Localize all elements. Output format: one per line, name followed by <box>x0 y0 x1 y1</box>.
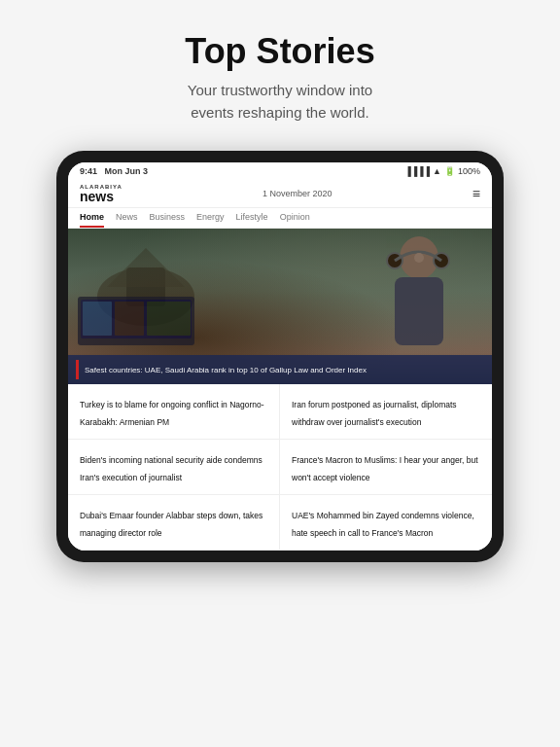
news-headline: Iran forum postponed as journalist, dipl… <box>292 400 457 427</box>
wifi-icon: ▲ <box>433 166 441 176</box>
signal-icon: ▐▐▐▐ <box>405 166 431 176</box>
hero-caption-bar <box>76 360 79 379</box>
device-screen: 9:41 Mon Jun 3 ▐▐▐▐ ▲ 🔋 100% ALARABIYA n… <box>68 162 492 551</box>
brand-logo: ALARABIYA news <box>80 184 122 203</box>
news-item[interactable]: Dubai's Emaar founder Alabbar steps down… <box>68 495 280 551</box>
news-headline: Turkey is to blame for ongoing conflict … <box>80 400 264 427</box>
battery-icon: 🔋 <box>444 166 455 176</box>
svg-rect-12 <box>147 302 191 336</box>
status-time: 9:41 Mon Jun 3 <box>80 166 148 176</box>
nav-tabs: Home News Business Energy Lifestyle Opin… <box>68 208 492 229</box>
news-headline: Biden's incoming national security aide … <box>80 455 262 482</box>
news-grid: Turkey is to blame for ongoing conflict … <box>68 384 492 551</box>
news-item[interactable]: UAE's Mohammed bin Zayed condemns violen… <box>280 495 492 551</box>
nav-date: 1 November 2020 <box>262 189 332 198</box>
tab-opinion[interactable]: Opinion <box>280 212 310 228</box>
news-item[interactable]: Turkey is to blame for ongoing conflict … <box>68 384 280 440</box>
news-headline: Dubai's Emaar founder Alabbar steps down… <box>80 511 262 538</box>
device-mockup: 9:41 Mon Jun 3 ▐▐▐▐ ▲ 🔋 100% ALARABIYA n… <box>56 151 504 562</box>
page-title: Top Stories <box>19 31 541 72</box>
news-item[interactable]: Biden's incoming national security aide … <box>68 440 280 495</box>
svg-point-7 <box>414 253 424 263</box>
device-wrapper: 9:41 Mon Jun 3 ▐▐▐▐ ▲ 🔋 100% ALARABIYA n… <box>0 151 560 562</box>
page-subtitle: Your trustworthy window intoevents resha… <box>19 80 541 124</box>
hero-image: Safest countries: UAE, Saudi Arabia rank… <box>68 229 492 384</box>
svg-rect-10 <box>83 302 112 336</box>
tab-news[interactable]: News <box>116 212 138 228</box>
svg-rect-11 <box>115 302 144 336</box>
page-header: Top Stories Your trustworthy window into… <box>0 0 560 143</box>
tab-energy[interactable]: Energy <box>196 212 225 228</box>
tab-home[interactable]: Home <box>80 212 104 228</box>
svg-marker-2 <box>107 248 185 287</box>
hero-caption: Safest countries: UAE, Saudi Arabia rank… <box>68 355 492 384</box>
status-icons: ▐▐▐▐ ▲ 🔋 100% <box>405 166 480 176</box>
tab-lifestyle[interactable]: Lifestyle <box>236 212 268 228</box>
status-bar: 9:41 Mon Jun 3 ▐▐▐▐ ▲ 🔋 100% <box>68 162 492 180</box>
news-headline: UAE's Mohammed bin Zayed condemns violen… <box>292 511 474 538</box>
app-navbar: ALARABIYA news 1 November 2020 ≡ <box>68 180 492 208</box>
svg-rect-4 <box>395 277 443 345</box>
news-item[interactable]: France's Macron to Muslims: I hear your … <box>280 440 492 495</box>
brand-name-main: news <box>80 190 122 203</box>
hamburger-menu-icon[interactable]: ≡ <box>472 186 480 201</box>
news-item[interactable]: Iran forum postponed as journalist, dipl… <box>280 384 492 440</box>
news-headline: France's Macron to Muslims: I hear your … <box>292 455 478 482</box>
hero-caption-text: Safest countries: UAE, Saudi Arabia rank… <box>85 366 367 374</box>
tab-business[interactable]: Business <box>150 212 186 228</box>
